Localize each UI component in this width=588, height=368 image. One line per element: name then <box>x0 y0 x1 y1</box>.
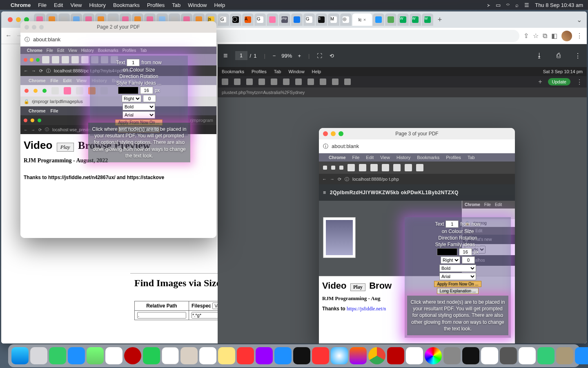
menu-item[interactable]: File <box>352 155 360 160</box>
zoom-in-button[interactable]: + <box>298 53 301 59</box>
color-input[interactable] <box>118 87 138 94</box>
contacts-icon[interactable] <box>180 347 198 364</box>
fav-icon[interactable] <box>382 164 389 171</box>
tab[interactable]: G <box>303 13 315 26</box>
maximize-button[interactable] <box>42 89 47 93</box>
vuescan-icon[interactable] <box>537 347 555 364</box>
menu-view[interactable]: View <box>70 2 82 8</box>
tab[interactable]: G <box>218 13 229 26</box>
opera-icon[interactable] <box>124 347 141 364</box>
tab[interactable] <box>267 13 278 26</box>
close-button[interactable] <box>24 58 27 62</box>
tab[interactable]: php <box>279 13 290 26</box>
fav-icon[interactable] <box>283 79 290 85</box>
brackets-icon[interactable] <box>406 347 423 364</box>
share-icon[interactable]: ⇪ <box>523 32 529 40</box>
weight-select[interactable]: Bold <box>439 265 476 272</box>
news-icon[interactable] <box>312 347 329 364</box>
paintbrush-icon[interactable] <box>519 347 536 364</box>
menu-item[interactable]: Chrome <box>29 78 46 83</box>
popup2-titlebar[interactable]: Page 2 of your PDF <box>20 21 216 33</box>
site-info-icon[interactable]: ⓘ <box>345 176 349 182</box>
podcasts-icon[interactable] <box>256 347 273 364</box>
long-explanation-button[interactable]: Long Explanation ... <box>437 288 479 294</box>
fav-icon[interactable] <box>222 79 228 85</box>
fav-icon[interactable] <box>393 164 401 171</box>
new-tab-button[interactable]: + <box>434 14 445 25</box>
color-picker-icon[interactable] <box>425 347 442 364</box>
menu-item[interactable]: Edit <box>57 48 64 53</box>
fav-icon[interactable] <box>64 87 71 94</box>
reload-button[interactable]: ⟳ <box>338 177 341 182</box>
tab[interactable]: A <box>242 13 254 26</box>
forward-button[interactable]: → <box>31 128 35 132</box>
tv-icon[interactable] <box>293 347 310 364</box>
tab[interactable]: ◎ <box>340 13 352 26</box>
safari-icon[interactable] <box>331 347 348 364</box>
battery-icon[interactable]: ▭ <box>496 2 501 8</box>
search-icon[interactable]: ⌕ <box>515 2 519 8</box>
clock[interactable]: Thu 8 Sep 10:43 am <box>535 2 583 8</box>
maximize-button[interactable] <box>339 166 343 170</box>
textedit-icon[interactable] <box>481 347 498 364</box>
fav-icon[interactable] <box>320 79 326 85</box>
menu-profiles[interactable]: Profiles <box>147 2 165 8</box>
terminal-icon[interactable] <box>462 347 479 364</box>
tab-active[interactable]: lc× <box>352 13 372 26</box>
menu-item[interactable]: Tab <box>140 48 147 53</box>
menu-item[interactable]: View <box>68 48 77 53</box>
menu-item[interactable]: Chrome <box>329 155 346 160</box>
menu-item[interactable]: Profiles <box>252 69 267 74</box>
tab[interactable]: S <box>316 13 327 26</box>
tab[interactable]: W <box>422 13 433 26</box>
fav-icon[interactable] <box>307 79 314 85</box>
firefox-icon[interactable] <box>350 347 367 364</box>
chrome-icon[interactable] <box>368 347 385 364</box>
fav-icon[interactable] <box>81 56 89 63</box>
menu-item[interactable]: Edit <box>495 202 502 207</box>
chrome-menu-icon[interactable]: ⋮ <box>576 32 583 40</box>
more-icon[interactable]: ⋮ <box>575 52 581 60</box>
reminders-icon[interactable] <box>199 347 216 364</box>
info-icon[interactable]: ⓘ <box>45 127 49 132</box>
fav-icon[interactable] <box>344 79 351 85</box>
text-number-input[interactable] <box>445 220 459 228</box>
fav-icon[interactable] <box>246 79 253 85</box>
size-input[interactable] <box>459 248 472 256</box>
filezilla-icon[interactable] <box>387 347 404 364</box>
menu-item[interactable]: Window <box>288 69 304 74</box>
menu-item[interactable]: File <box>51 108 58 113</box>
menu-item[interactable]: File <box>51 78 58 83</box>
fav-icon[interactable] <box>295 79 302 85</box>
play-button[interactable]: Play <box>57 143 74 152</box>
minimize-button[interactable] <box>331 166 335 170</box>
menu-tab[interactable]: Tab <box>172 2 180 8</box>
print-icon[interactable]: ⎙ <box>557 52 561 59</box>
menu-item[interactable]: View <box>380 155 390 160</box>
update-button[interactable]: Update <box>548 78 570 85</box>
dashcode-icon[interactable] <box>500 347 517 364</box>
popup3-titlebar[interactable]: Page 3 of your PDF <box>319 128 515 139</box>
close-icon[interactable]: × <box>363 17 366 22</box>
control-center-icon[interactable]: ☰ <box>524 2 529 8</box>
menu-item[interactable]: History <box>396 155 410 160</box>
fav-icon[interactable] <box>42 56 49 63</box>
new-tab-button[interactable]: + <box>538 78 542 85</box>
size-input[interactable] <box>140 87 153 94</box>
font-select[interactable]: Arial <box>439 273 476 280</box>
close-button[interactable] <box>24 89 29 93</box>
lock-icon[interactable]: 🔒 <box>24 99 29 104</box>
fav-icon[interactable] <box>76 87 83 94</box>
zoom-out-button[interactable]: − <box>273 53 276 59</box>
fav-icon[interactable] <box>416 164 423 171</box>
menu-edit[interactable]: Edit <box>54 2 63 8</box>
direction-select[interactable]: Right <box>441 256 460 264</box>
gimp-icon[interactable] <box>556 347 573 364</box>
forward-button[interactable]: → <box>330 177 334 182</box>
fav-icon[interactable] <box>71 56 79 63</box>
menu-item[interactable]: Profiles <box>122 48 136 53</box>
back-button[interactable]: ← <box>24 128 28 132</box>
menu-item[interactable]: Chrome <box>29 108 46 113</box>
calendar-icon[interactable] <box>162 347 179 364</box>
menu-item[interactable]: Edit <box>366 155 374 160</box>
